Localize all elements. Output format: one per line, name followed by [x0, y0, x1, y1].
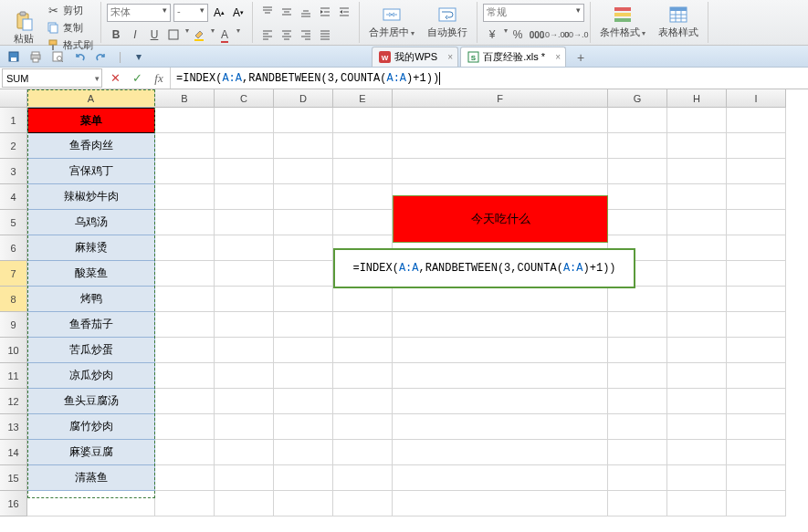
- cell-I10[interactable]: [727, 338, 786, 363]
- cell-I16[interactable]: [727, 491, 786, 516]
- cell-F9[interactable]: [393, 312, 608, 338]
- italic-button[interactable]: I: [126, 26, 144, 43]
- cell-D2[interactable]: [274, 133, 333, 159]
- cell-D4[interactable]: [274, 184, 333, 210]
- col-header-G[interactable]: G: [608, 89, 667, 108]
- cell-G9[interactable]: [608, 312, 667, 338]
- cell-F3[interactable]: [393, 159, 608, 184]
- font-color-button[interactable]: A: [215, 26, 234, 43]
- align-bottom-button[interactable]: [297, 4, 315, 20]
- cell-D5[interactable]: [274, 210, 333, 235]
- cell-B12[interactable]: [155, 389, 215, 414]
- cell-I5[interactable]: [727, 210, 786, 235]
- cell-G2[interactable]: [608, 133, 667, 159]
- decrease-indent-button[interactable]: [316, 4, 334, 20]
- increase-indent-button[interactable]: [335, 4, 353, 20]
- cell-A8[interactable]: 烤鸭: [27, 287, 155, 312]
- row-header[interactable]: 14: [0, 440, 27, 465]
- col-header-C[interactable]: C: [215, 89, 274, 108]
- font-size-select[interactable]: -: [173, 4, 208, 22]
- cell-C11[interactable]: [215, 363, 274, 389]
- spreadsheet-grid[interactable]: A B C D E F G H I 1菜单2鱼香肉丝3宫保鸡丁4辣椒炒牛肉5乌鸡…: [0, 89, 808, 516]
- cell-D6[interactable]: [274, 235, 333, 261]
- cell-D11[interactable]: [274, 363, 333, 389]
- cell-C2[interactable]: [215, 133, 274, 159]
- cell-G4[interactable]: [608, 184, 667, 210]
- row-header[interactable]: 7: [0, 261, 27, 287]
- cell-C5[interactable]: [215, 210, 274, 235]
- cell-B4[interactable]: [155, 184, 215, 210]
- percent-button[interactable]: %: [509, 26, 527, 43]
- copy-button[interactable]: 复制: [44, 19, 95, 36]
- cell-A12[interactable]: 鱼头豆腐汤: [27, 389, 155, 414]
- cell-E15[interactable]: [333, 465, 393, 491]
- underline-button[interactable]: U: [145, 26, 163, 43]
- cell-D9[interactable]: [274, 312, 333, 338]
- cell-F16[interactable]: [393, 491, 608, 516]
- formula-input[interactable]: =INDEX(A:A,RANDBETWEEN(3,COUNTA(A:A)+1)): [171, 68, 808, 89]
- tab-wps-home[interactable]: W 我的WPS ×: [372, 47, 458, 67]
- bold-button[interactable]: B: [107, 26, 125, 43]
- cell-I9[interactable]: [727, 312, 786, 338]
- cell-I15[interactable]: [727, 465, 786, 491]
- cell-H7[interactable]: [667, 261, 727, 287]
- cell-A13[interactable]: 腐竹炒肉: [27, 414, 155, 440]
- cell-G3[interactable]: [608, 159, 667, 184]
- cell-H10[interactable]: [667, 338, 727, 363]
- cell-D13[interactable]: [274, 414, 333, 440]
- wrap-text-button[interactable]: 自动换行: [424, 2, 471, 41]
- name-box[interactable]: SUM ▾: [2, 68, 102, 88]
- cell-C1[interactable]: [215, 108, 274, 133]
- cell-E11[interactable]: [333, 363, 393, 389]
- cell-A3[interactable]: 宫保鸡丁: [27, 159, 155, 184]
- cell-D16[interactable]: [274, 491, 333, 516]
- row-header[interactable]: 13: [0, 414, 27, 440]
- border-dropdown-icon[interactable]: ▾: [185, 26, 189, 43]
- increase-font-button[interactable]: A▴: [211, 4, 227, 22]
- cell-H11[interactable]: [667, 363, 727, 389]
- decrease-decimal-button[interactable]: .00→.0: [566, 26, 584, 43]
- cell-C6[interactable]: [215, 235, 274, 261]
- cell-E12[interactable]: [333, 389, 393, 414]
- cell-D14[interactable]: [274, 440, 333, 465]
- cell-F1[interactable]: [393, 108, 608, 133]
- col-header-H[interactable]: H: [667, 89, 727, 108]
- cell-G13[interactable]: [608, 414, 667, 440]
- cell-B13[interactable]: [155, 414, 215, 440]
- col-header-F[interactable]: F: [393, 89, 608, 108]
- row-header[interactable]: 16: [0, 491, 27, 516]
- cell-E4[interactable]: [333, 184, 393, 210]
- cell-C12[interactable]: [215, 389, 274, 414]
- cell-E5[interactable]: [333, 210, 393, 235]
- cell-E9[interactable]: [333, 312, 393, 338]
- cell-A16[interactable]: [27, 491, 155, 516]
- cell-E10[interactable]: [333, 338, 393, 363]
- cell-E1[interactable]: [333, 108, 393, 133]
- cell-I12[interactable]: [727, 389, 786, 414]
- cell-H16[interactable]: [667, 491, 727, 516]
- formula-confirm-button[interactable]: ✓: [126, 71, 148, 85]
- row-header[interactable]: 8: [0, 287, 27, 312]
- tab-document[interactable]: S 百度经验.xls * ×: [460, 47, 566, 67]
- cell-I7[interactable]: [727, 261, 786, 287]
- cell-C7[interactable]: [215, 261, 274, 287]
- cell-E8[interactable]: [333, 287, 393, 312]
- add-tab-button[interactable]: +: [572, 48, 590, 67]
- cell-F15[interactable]: [393, 465, 608, 491]
- cell-C9[interactable]: [215, 312, 274, 338]
- cell-G10[interactable]: [608, 338, 667, 363]
- cell-B15[interactable]: [155, 465, 215, 491]
- cell-A14[interactable]: 麻婆豆腐: [27, 440, 155, 465]
- cell-I4[interactable]: [727, 184, 786, 210]
- font-family-select[interactable]: 宋体: [107, 4, 171, 22]
- cell-E2[interactable]: [333, 133, 393, 159]
- close-icon[interactable]: ×: [555, 52, 561, 62]
- qat-more-icon[interactable]: ▾: [131, 48, 147, 65]
- cell-A11[interactable]: 凉瓜炒肉: [27, 363, 155, 389]
- row-header[interactable]: 5: [0, 210, 27, 235]
- cell-B8[interactable]: [155, 287, 215, 312]
- cell-F13[interactable]: [393, 414, 608, 440]
- align-left-button[interactable]: [258, 26, 277, 43]
- cell-C8[interactable]: [215, 287, 274, 312]
- row-header[interactable]: 1: [0, 108, 27, 133]
